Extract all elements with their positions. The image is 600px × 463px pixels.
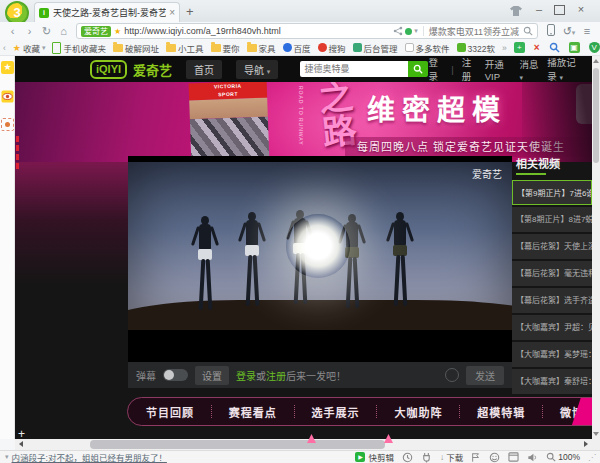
favorites-panel-icon[interactable]: ★ — [1, 61, 14, 74]
banner-model-photo: VICTORIASPORT — [189, 82, 270, 162]
ticker-chevron-icon[interactable]: ▾ — [5, 453, 9, 461]
mobile-sync-button[interactable] — [542, 24, 560, 38]
address-bar[interactable]: 爱奇艺 ★ ▾ 爆款家电双11领券立减 — [76, 23, 538, 39]
site-search-input[interactable] — [300, 61, 408, 77]
horizontal-scroll-thumb[interactable] — [90, 440, 385, 449]
nav-home[interactable]: 首页 — [186, 60, 222, 79]
extension-icons: + × ▣ V — [514, 42, 600, 53]
related-video-item[interactable]: 【大咖嘉宾】奚梦瑶：吴 — [512, 342, 592, 367]
bookmark-admin[interactable]: 后台管理 — [353, 42, 398, 54]
bookmark-mobile-favorites[interactable]: 手机收藏夹 — [52, 42, 106, 54]
related-video-item[interactable]: 【第8期正片】8进7蜕变T台秀 — [512, 207, 592, 232]
iqiyi-brand[interactable]: 爱奇艺 — [133, 60, 172, 79]
iqiyi-logo[interactable]: iQIYI — [90, 60, 127, 79]
search-icon[interactable] — [523, 26, 533, 36]
login-link[interactable]: 登录 — [428, 56, 443, 83]
related-video-item[interactable]: 【幕后花絮】选手齐造反？ — [512, 288, 592, 313]
security-shield-icon[interactable]: V — [589, 42, 600, 53]
bookmark-favorites[interactable]: ★收藏▾ — [13, 42, 46, 54]
section-tab-specials[interactable]: 超模特辑 — [477, 404, 525, 420]
messages-link[interactable]: 消息 ▾ — [520, 57, 540, 82]
site-search-button[interactable] — [408, 61, 428, 77]
related-video-item[interactable]: 【第9期正片】7进6谁惨遭淘汰 — [512, 180, 592, 205]
related-video-item[interactable]: 【大咖嘉宾】尹超：见面会 — [512, 315, 592, 340]
vertical-scrollbar[interactable] — [592, 56, 600, 439]
volume-icon[interactable] — [527, 452, 538, 463]
horizontal-scrollbar[interactable] — [15, 439, 592, 450]
menu-button[interactable]: ≡ — [578, 25, 596, 37]
nav-directory[interactable]: 导航 ▾ — [236, 60, 278, 79]
bookmark-folder-3[interactable]: 要你 — [211, 42, 240, 54]
section-tab-highlights[interactable]: 赛程看点 — [229, 404, 277, 420]
send-danmu-button[interactable]: 发送 — [466, 366, 504, 385]
adblock-extension-icon[interactable]: × — [534, 42, 540, 53]
register-link[interactable]: 注册 — [266, 371, 286, 382]
capture-tool-icon[interactable] — [1, 118, 14, 131]
minimize-button[interactable]: – — [530, 3, 548, 15]
folder-icon — [166, 44, 176, 52]
quick-clip-button[interactable]: ▶快剪辑 — [355, 451, 394, 463]
bookmark-folder-2[interactable]: 小工具 — [166, 42, 204, 54]
new-tab-button[interactable]: + — [186, 4, 194, 19]
translate-extension-icon[interactable]: + — [514, 42, 525, 53]
section-tab-recap[interactable]: 节目回顾 — [146, 404, 194, 420]
scroll-up-arrow[interactable] — [593, 59, 599, 63]
related-video-item[interactable]: 【幕后花絮】天使上演百变造型 — [512, 234, 592, 259]
section-tab-guests[interactable]: 大咖助阵 — [394, 404, 442, 420]
page-zoom-control[interactable]: 100% — [546, 452, 580, 462]
flag-report-icon[interactable] — [471, 452, 481, 463]
close-button[interactable]: × — [572, 3, 590, 15]
forward-button[interactable]: › — [21, 25, 38, 37]
eye-protect-icon[interactable] — [1, 90, 14, 103]
recently-closed-button[interactable]: ↺▾ — [560, 25, 578, 38]
register-link[interactable]: 注册 — [462, 56, 477, 83]
skin-theme-button[interactable] — [510, 6, 528, 16]
compatibility-mode-icon[interactable] — [489, 452, 500, 463]
url-input[interactable] — [124, 25, 393, 37]
danmu-settings-button[interactable]: 设置 — [195, 366, 229, 385]
home-button[interactable]: ⌂ — [55, 25, 72, 37]
video-player[interactable]: 爱奇艺 弹幕 设置 登录或注册后来一发吧！ 发送 — [128, 156, 512, 388]
related-video-item[interactable]: 【大咖嘉宾】秦舒培：做 — [512, 369, 592, 394]
browser-tab[interactable]: i 天使之路-爱奇艺自制-爱奇艺 × — [34, 2, 180, 22]
section-tab-contestants[interactable]: 选手展示 — [312, 404, 360, 420]
history-link[interactable]: 播放记录 ▾ — [547, 56, 582, 83]
vertical-scroll-thumb[interactable] — [593, 68, 599, 163]
bookmarks-collapse-icon[interactable]: ‹ — [3, 43, 6, 53]
show-banner[interactable]: VICTORIASPORT ROAD TO RUNWAY 之路 维密超模 每周四… — [15, 82, 592, 162]
search-extension-icon[interactable] — [549, 42, 560, 53]
emoji-picker-icon[interactable] — [445, 368, 459, 382]
refresh-button[interactable]: ↻ — [38, 25, 55, 38]
bookmark-3322[interactable]: 3322软 — [457, 42, 495, 54]
tab-close-icon[interactable]: × — [169, 7, 175, 18]
bookmark-folder-4[interactable]: 家具 — [247, 42, 276, 54]
plugin-icon[interactable] — [421, 452, 432, 463]
danmu-toggle[interactable] — [163, 369, 188, 381]
speed-mode-icon[interactable] — [402, 452, 413, 463]
scroll-left-arrow[interactable] — [19, 441, 23, 447]
bookmarks-overflow-icon[interactable]: » — [502, 43, 507, 53]
search-hotword[interactable]: 爆款家电双11领券立减 — [429, 25, 519, 38]
resize-grip[interactable]: ⋰ — [588, 453, 595, 462]
bookmark-folder-1[interactable]: 破解网址 — [113, 42, 159, 54]
screenshot-extension-icon[interactable]: ▣ — [569, 42, 580, 53]
iqiyi-watermark: 爱奇艺 — [472, 166, 502, 181]
model-silhouette — [387, 212, 413, 306]
security-status-icon[interactable] — [405, 28, 412, 35]
back-button[interactable]: ‹ — [4, 25, 21, 37]
maximize-button[interactable] — [550, 3, 568, 15]
download-button[interactable]: ↓下载 — [440, 451, 463, 463]
popup-window-icon[interactable] — [508, 452, 519, 462]
vip-link[interactable]: 开通VIP — [485, 57, 512, 82]
news-ticker-link[interactable]: 内涵段子:对不起，姐姐已经有男朋友了！ — [12, 451, 167, 463]
address-dropdown-icon[interactable]: ▾ — [414, 27, 418, 35]
video-frame[interactable]: 爱奇艺 — [128, 162, 512, 330]
bookmark-baidu[interactable]: 百度 — [283, 42, 311, 54]
related-video-item[interactable]: 【幕后花絮】毫无违和！超模 — [512, 261, 592, 286]
scroll-down-arrow[interactable] — [593, 432, 599, 436]
bookmark-sogou[interactable]: 搜狗 — [318, 42, 346, 54]
bookmark-duoduo[interactable]: 多多软件 — [405, 42, 450, 54]
scroll-right-arrow[interactable] — [584, 441, 588, 447]
share-icon[interactable] — [393, 26, 403, 36]
login-link[interactable]: 登录 — [236, 371, 256, 382]
